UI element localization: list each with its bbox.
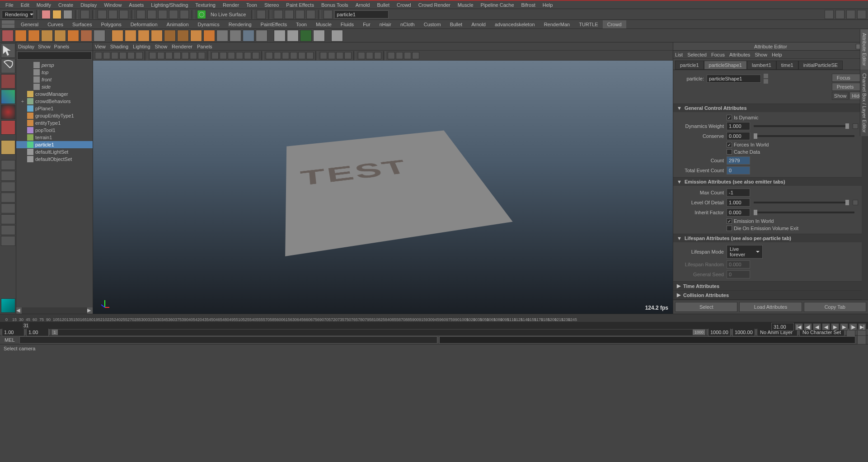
- vp-icon-5[interactable]: [136, 52, 143, 59]
- lod-slider[interactable]: [754, 202, 847, 203]
- outliner-item-defaultObjectSet[interactable]: defaultObjectSet: [16, 156, 93, 163]
- menu-stereo[interactable]: Stereo: [261, 1, 282, 9]
- shelf-tab-custom[interactable]: Custom: [419, 20, 446, 28]
- vp-icon-27[interactable]: [336, 52, 343, 59]
- conserve-slider[interactable]: [754, 135, 854, 137]
- shelf-edit-icon[interactable]: [2, 24, 14, 28]
- vp-icon-8[interactable]: [165, 52, 173, 59]
- lod-field[interactable]: [727, 198, 750, 207]
- cache-data-check[interactable]: [727, 149, 732, 155]
- hypershade-icon[interactable]: [324, 10, 333, 19]
- outliner-item-groupEntityType1[interactable]: groupEntityType1: [16, 112, 93, 119]
- cmd-lang-label[interactable]: MEL: [2, 337, 18, 343]
- shelf-icon[interactable]: [151, 30, 163, 42]
- ae-menu-selected[interactable]: Selected: [687, 52, 707, 57]
- layout-2h[interactable]: [1, 193, 15, 203]
- section-emission[interactable]: ▼Emission Attributes (see also emitter t…: [673, 178, 862, 186]
- outliner-item-entityType1[interactable]: entityType1: [16, 119, 93, 127]
- shelf-icon[interactable]: [300, 30, 312, 42]
- maya-logo-icon[interactable]: [1, 298, 15, 313]
- layout-custom1[interactable]: [1, 214, 15, 224]
- ae-nav-down-icon[interactable]: [764, 79, 768, 84]
- step-back-key-icon[interactable]: ◀|: [804, 323, 812, 330]
- menu-pipelinecache[interactable]: Pipeline Cache: [477, 1, 518, 9]
- cmd-input-field[interactable]: [19, 336, 437, 344]
- vp-icon-6[interactable]: [149, 52, 156, 59]
- menu-crowd[interactable]: Crowd: [393, 1, 415, 9]
- layout-2v[interactable]: [1, 182, 15, 192]
- shelf-tab-renderman[interactable]: RenderMan: [540, 20, 574, 28]
- scale-tool[interactable]: [1, 120, 15, 135]
- shelf-tab-turtle[interactable]: TURTLE: [574, 20, 603, 28]
- vp-icon-33[interactable]: [396, 52, 403, 59]
- menu-toon[interactable]: Toon: [243, 1, 261, 9]
- ae-tab-lambert1[interactable]: lambert1: [747, 61, 776, 70]
- vp-icon-9[interactable]: [174, 52, 181, 59]
- vp-icon-35[interactable]: [412, 52, 419, 59]
- shelf-tab-animation[interactable]: Animation: [162, 20, 193, 28]
- shelf-tab-ncloth[interactable]: nCloth: [396, 20, 419, 28]
- shelf-tab-deformation[interactable]: Deformation: [126, 20, 162, 28]
- expand-icon[interactable]: [20, 142, 25, 147]
- viewport-3d[interactable]: TEST 124.2 fps: [93, 61, 673, 314]
- shelf-icon[interactable]: [125, 30, 136, 42]
- outliner-item-popTool1[interactable]: popTool1: [16, 127, 93, 134]
- vp-icon-28[interactable]: [344, 52, 352, 59]
- layout-3[interactable]: [1, 203, 15, 213]
- new-scene-icon[interactable]: [42, 10, 51, 19]
- range-slider[interactable]: 1 1000: [51, 330, 706, 335]
- play-end-field[interactable]: [708, 328, 731, 336]
- history-toggle-icon[interactable]: [257, 10, 266, 19]
- sidebar-tab-attr[interactable]: Attribute Editor: [860, 29, 868, 70]
- shelf-tab-bullet[interactable]: Bullet: [446, 20, 467, 28]
- is-dynamic-check[interactable]: [727, 115, 732, 120]
- shelf-tab-toon[interactable]: Toon: [291, 20, 311, 28]
- shelf-tab-rendering[interactable]: Rendering: [224, 20, 256, 28]
- vp-menu-lighting[interactable]: Lighting: [133, 44, 150, 49]
- menu-arnold[interactable]: Arnold: [352, 1, 374, 9]
- ae-tab-particle1[interactable]: particle1: [675, 61, 704, 70]
- layout-custom3[interactable]: [1, 236, 15, 246]
- snap-point-icon[interactable]: [158, 10, 167, 19]
- ae-menu-show[interactable]: Show: [755, 52, 767, 57]
- shelf-icon[interactable]: [112, 30, 123, 42]
- vp-icon-22[interactable]: [290, 52, 297, 59]
- menu-assets[interactable]: Assets: [125, 1, 147, 9]
- range-end-field[interactable]: [732, 328, 755, 336]
- vp-menu-renderer[interactable]: Renderer: [172, 44, 192, 49]
- step-forward-key-icon[interactable]: |▶: [849, 323, 857, 330]
- vp-icon-18[interactable]: [252, 52, 259, 59]
- menu-painteffects[interactable]: Paint Effects: [282, 1, 318, 9]
- current-frame-field[interactable]: [771, 323, 794, 331]
- live-toggle-icon[interactable]: ◯: [197, 10, 206, 19]
- shelf-icon[interactable]: [67, 30, 79, 42]
- menu-help[interactable]: Help: [539, 1, 557, 9]
- vp-icon-7[interactable]: [157, 52, 164, 59]
- ae-nav-up-icon[interactable]: [764, 74, 768, 78]
- vp-icon-1[interactable]: [103, 52, 110, 59]
- outliner-item-front[interactable]: front: [16, 76, 93, 83]
- vp-icon-25[interactable]: [320, 52, 327, 59]
- ae-menu-help[interactable]: Help: [772, 52, 782, 57]
- paint-select-icon[interactable]: [119, 10, 128, 19]
- go-start-icon[interactable]: |◀: [795, 323, 803, 330]
- shelf-icon[interactable]: [2, 30, 14, 42]
- scroll-left-icon[interactable]: ◀: [16, 307, 22, 314]
- emission-world-check[interactable]: [727, 218, 732, 224]
- vp-icon-20[interactable]: [274, 52, 281, 59]
- shelf-icon[interactable]: [331, 30, 343, 42]
- vp-icon-21[interactable]: [282, 52, 289, 59]
- shelf-icon[interactable]: [28, 30, 40, 42]
- shelf-icon[interactable]: [177, 30, 189, 42]
- play-back-icon[interactable]: ◀: [822, 323, 830, 330]
- shelf-icon[interactable]: [164, 30, 176, 42]
- snap-grid-icon[interactable]: [136, 10, 145, 19]
- forces-world-check[interactable]: [727, 142, 732, 147]
- shelf-icon[interactable]: [216, 30, 228, 42]
- ae-tab-initialParticleSE[interactable]: initialParticleSE: [798, 61, 843, 70]
- shelf-icon[interactable]: [138, 30, 150, 42]
- dynamics-weight-slider[interactable]: [754, 125, 847, 127]
- conserve-field[interactable]: [727, 132, 750, 140]
- menu-muscle[interactable]: Muscle: [454, 1, 477, 9]
- shelf-tab-curves[interactable]: Curves: [43, 20, 68, 28]
